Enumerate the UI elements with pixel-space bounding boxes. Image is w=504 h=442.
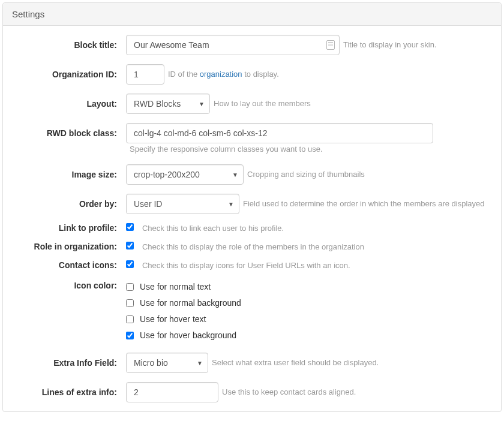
chevron-down-icon: ▼: [232, 171, 238, 178]
help-lines: Use this to keep contact cards aligned.: [222, 386, 356, 398]
order-by-select[interactable]: User ID ▼: [126, 194, 239, 214]
label-order-by: Order by:: [12, 194, 126, 209]
label-lines: Lines of extra info:: [12, 382, 126, 397]
icon-color-option: Use for hover text: [126, 311, 241, 327]
help-contact-icons: Check this to display icons for User Fie…: [142, 261, 350, 270]
label-extra-info: Extra Info Field:: [12, 353, 126, 368]
help-block-title: Title to display in your skin.: [343, 39, 437, 51]
help-extra-info: Select what extra user field should be d…: [212, 357, 379, 369]
help-org-id: ID of the organization to display.: [168, 68, 279, 80]
help-order-by: Field used to determine the order in whi…: [243, 198, 485, 210]
rwd-class-input[interactable]: [126, 123, 433, 143]
help-link-profile: Check this to link each user to his prof…: [142, 224, 284, 233]
icon-color-option-label: Use for hover background: [140, 330, 236, 340]
chevron-down-icon: ▼: [228, 200, 234, 207]
help-image-size: Cropping and sizing of thumbnails: [247, 169, 365, 181]
panel-title: Settings: [3, 3, 501, 26]
block-title-input[interactable]: [126, 35, 340, 55]
icon-color-hover-text-checkbox[interactable]: [126, 315, 134, 323]
label-role: Role in organization:: [12, 242, 126, 251]
row-role: Role in organization: Check this to disp…: [12, 242, 492, 251]
help-layout: How to lay out the members: [214, 98, 311, 110]
label-image-size: Image size:: [12, 164, 126, 179]
icon-color-option: Use for normal background: [126, 295, 241, 311]
row-extra-info: Extra Info Field: Micro bio ▼ Select wha…: [12, 353, 492, 373]
image-size-select[interactable]: crop-top-200x200 ▼: [126, 164, 244, 185]
icon-color-option: Use for hover background: [126, 327, 241, 344]
paste-icon: [326, 40, 335, 50]
help-role: Check this to display the role of the me…: [142, 242, 364, 251]
org-id-input[interactable]: [126, 64, 164, 85]
icon-color-hover-bg-checkbox[interactable]: [126, 332, 134, 339]
label-icon-color: Icon color:: [12, 279, 126, 290]
panel-body: Block title: Title to display in your sk…: [3, 26, 501, 411]
label-contact-icons: Contact icons:: [12, 260, 126, 270]
label-layout: Layout:: [12, 94, 126, 109]
link-profile-checkbox[interactable]: [126, 223, 134, 231]
icon-color-option: Use for normal text: [126, 279, 241, 295]
chevron-down-icon: ▼: [197, 359, 203, 366]
icon-color-option-label: Use for normal text: [140, 282, 211, 291]
row-contact-icons: Contact icons: Check this to display ico…: [12, 260, 492, 270]
extra-info-select[interactable]: Micro bio ▼: [126, 353, 208, 373]
row-layout: Layout: RWD Blocks ▼ How to lay out the …: [12, 94, 492, 114]
icon-color-option-label: Use for hover text: [140, 314, 206, 324]
row-rwd-class: RWD block class: Specify the responsive …: [12, 123, 492, 155]
row-order-by: Order by: User ID ▼ Field used to determ…: [12, 194, 492, 214]
chevron-down-icon: ▼: [199, 101, 205, 107]
row-link-profile: Link to profile: Check this to link each…: [12, 223, 492, 233]
row-block-title: Block title: Title to display in your sk…: [12, 35, 492, 55]
role-checkbox[interactable]: [126, 242, 134, 249]
label-link-profile: Link to profile:: [12, 223, 126, 233]
label-org-id: Organization ID:: [12, 64, 126, 79]
icon-color-normal-text-checkbox[interactable]: [126, 283, 134, 291]
row-lines: Lines of extra info: Use this to keep co…: [12, 382, 492, 402]
contact-icons-checkbox[interactable]: [126, 260, 134, 268]
icon-color-options: Use for normal text Use for normal backg…: [126, 279, 241, 344]
lines-input[interactable]: [126, 382, 218, 402]
icon-color-normal-bg-checkbox[interactable]: [126, 299, 134, 307]
label-block-title: Block title:: [12, 35, 126, 50]
label-rwd-class: RWD block class:: [12, 123, 126, 138]
row-org-id: Organization ID: ID of the organization …: [12, 64, 492, 85]
layout-select[interactable]: RWD Blocks ▼: [126, 94, 210, 114]
organization-link[interactable]: organization: [200, 70, 242, 79]
row-icon-color: Icon color: Use for normal text Use for …: [12, 279, 492, 344]
help-rwd-class: Specify the responsive column classes yo…: [130, 143, 323, 155]
settings-panel: Settings Block title: Title to display i…: [2, 2, 502, 412]
icon-color-option-label: Use for normal background: [140, 298, 241, 308]
row-image-size: Image size: crop-top-200x200 ▼ Cropping …: [12, 164, 492, 185]
